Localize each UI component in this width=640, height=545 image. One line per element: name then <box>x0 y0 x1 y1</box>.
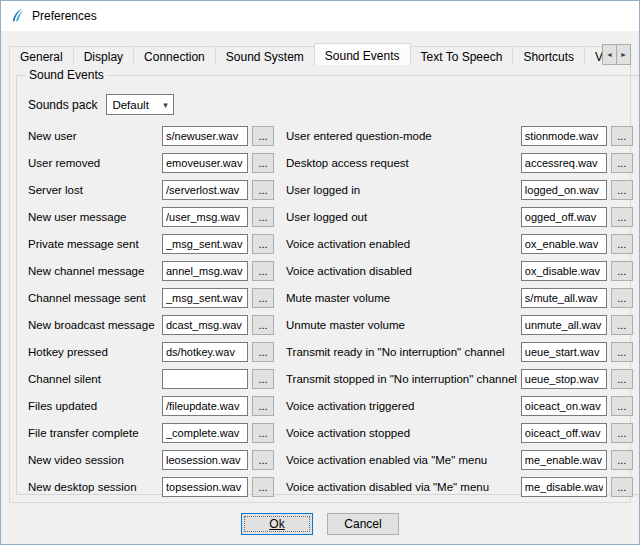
browse-button[interactable]: ... <box>611 423 633 443</box>
tab-shortcuts[interactable]: Shortcuts <box>512 46 585 65</box>
events-column-right: User entered question-mode...Desktop acc… <box>284 126 633 504</box>
sound-file-input[interactable] <box>162 288 248 308</box>
sound-event-row: User logged in... <box>286 180 633 200</box>
browse-button[interactable]: ... <box>611 315 633 335</box>
sound-event-row: File transfer complete... <box>28 423 274 443</box>
sound-file-input[interactable] <box>521 423 607 443</box>
sound-event-label: Unmute master volume <box>286 319 521 331</box>
browse-button[interactable]: ... <box>252 477 274 497</box>
browse-button[interactable]: ... <box>611 153 633 173</box>
browse-button[interactable]: ... <box>252 180 274 200</box>
browse-button[interactable]: ... <box>252 153 274 173</box>
sound-file-input[interactable] <box>521 234 607 254</box>
window-title: Preferences <box>32 9 97 23</box>
sound-file-input[interactable] <box>162 126 248 146</box>
sound-event-label: Voice activation disabled via "Me" menu <box>286 481 521 493</box>
browse-button[interactable]: ... <box>611 180 633 200</box>
sound-event-label: Hotkey pressed <box>28 346 162 358</box>
sound-file-input[interactable] <box>162 261 248 281</box>
ok-button[interactable]: Ok <box>241 513 313 535</box>
sound-file-input[interactable] <box>521 207 607 227</box>
sound-file-input[interactable] <box>521 450 607 470</box>
sound-file-input[interactable] <box>162 234 248 254</box>
tab-scroll-right-button[interactable]: ► <box>616 44 631 65</box>
tab-scroll-left-button[interactable]: ◄ <box>602 44 617 65</box>
cancel-button[interactable]: Cancel <box>327 513 399 535</box>
sounds-pack-select[interactable]: Default ▾ <box>106 94 174 115</box>
sound-file-input[interactable] <box>162 207 248 227</box>
browse-button[interactable]: ... <box>252 126 274 146</box>
sound-file-input[interactable] <box>162 153 248 173</box>
sound-file-input[interactable] <box>521 180 607 200</box>
title-bar[interactable]: Preferences <box>1 1 639 31</box>
browse-button[interactable]: ... <box>252 288 274 308</box>
sound-file-input[interactable] <box>521 126 607 146</box>
browse-button[interactable]: ... <box>252 207 274 227</box>
app-icon <box>9 8 25 24</box>
sound-event-label: Voice activation enabled via "Me" menu <box>286 454 521 466</box>
sound-file-input[interactable] <box>521 342 607 362</box>
browse-button[interactable]: ... <box>252 342 274 362</box>
sound-event-label: Voice activation triggered <box>286 400 521 412</box>
sound-event-row: Transmit ready in "No interruption" chan… <box>286 342 633 362</box>
sound-event-row: User entered question-mode... <box>286 126 633 146</box>
sound-event-row: Voice activation triggered... <box>286 396 633 416</box>
browse-button[interactable]: ... <box>611 396 633 416</box>
browse-button[interactable]: ... <box>611 261 633 281</box>
sound-event-label: New broadcast message <box>28 319 162 331</box>
sounds-pack-row: Sounds pack Default ▾ <box>28 94 633 115</box>
events-columns: New user...User removed...Server lost...… <box>26 126 633 504</box>
browse-button[interactable]: ... <box>611 477 633 497</box>
tab-sound-events[interactable]: Sound Events <box>314 43 411 65</box>
sound-event-label: Files updated <box>28 400 162 412</box>
sound-file-input[interactable] <box>162 477 248 497</box>
tab-connection[interactable]: Connection <box>133 46 216 65</box>
tab-text-to-speech[interactable]: Text To Speech <box>410 46 514 65</box>
sound-file-input[interactable] <box>162 423 248 443</box>
tab-display[interactable]: Display <box>73 46 134 65</box>
sound-file-input[interactable] <box>521 261 607 281</box>
sound-event-label: User logged out <box>286 211 521 223</box>
browse-button[interactable]: ... <box>252 423 274 443</box>
sound-file-input[interactable] <box>521 288 607 308</box>
sound-event-label: Voice activation stopped <box>286 427 521 439</box>
browse-button[interactable]: ... <box>252 315 274 335</box>
browse-button[interactable]: ... <box>252 234 274 254</box>
browse-button[interactable]: ... <box>252 396 274 416</box>
sounds-pack-value: Default <box>112 99 157 111</box>
preferences-window: Preferences GeneralDisplayConnectionSoun… <box>0 0 640 545</box>
tab-sound-system[interactable]: Sound System <box>215 46 315 65</box>
sound-file-input[interactable] <box>521 153 607 173</box>
browse-button[interactable]: ... <box>611 234 633 254</box>
sound-event-row: Mute master volume... <box>286 288 633 308</box>
sound-file-input[interactable] <box>162 369 248 389</box>
sound-event-row: Desktop access request... <box>286 153 633 173</box>
sound-event-row: Transmit stopped in "No interruption" ch… <box>286 369 633 389</box>
sound-file-input[interactable] <box>521 315 607 335</box>
browse-button[interactable]: ... <box>611 207 633 227</box>
sound-event-row: Private message sent... <box>28 234 274 254</box>
sound-file-input[interactable] <box>162 450 248 470</box>
sound-file-input[interactable] <box>162 180 248 200</box>
sound-file-input[interactable] <box>521 396 607 416</box>
group-title: Sound Events <box>25 68 108 82</box>
browse-button[interactable]: ... <box>252 450 274 470</box>
sound-file-input[interactable] <box>521 369 607 389</box>
browse-button[interactable]: ... <box>252 261 274 281</box>
sound-file-input[interactable] <box>521 477 607 497</box>
tab-scroll-buttons: ◄ ► <box>602 44 631 65</box>
sound-file-input[interactable] <box>162 396 248 416</box>
browse-button[interactable]: ... <box>252 369 274 389</box>
browse-button[interactable]: ... <box>611 288 633 308</box>
tab-general[interactable]: General <box>9 46 74 65</box>
sound-event-row: New user... <box>28 126 274 146</box>
browse-button[interactable]: ... <box>611 369 633 389</box>
sound-event-row: New broadcast message... <box>28 315 274 335</box>
browse-button[interactable]: ... <box>611 342 633 362</box>
sound-event-label: Transmit stopped in "No interruption" ch… <box>286 373 521 385</box>
sound-file-input[interactable] <box>162 315 248 335</box>
browse-button[interactable]: ... <box>611 450 633 470</box>
browse-button[interactable]: ... <box>611 126 633 146</box>
sound-event-label: Voice activation enabled <box>286 238 521 250</box>
sound-file-input[interactable] <box>162 342 248 362</box>
